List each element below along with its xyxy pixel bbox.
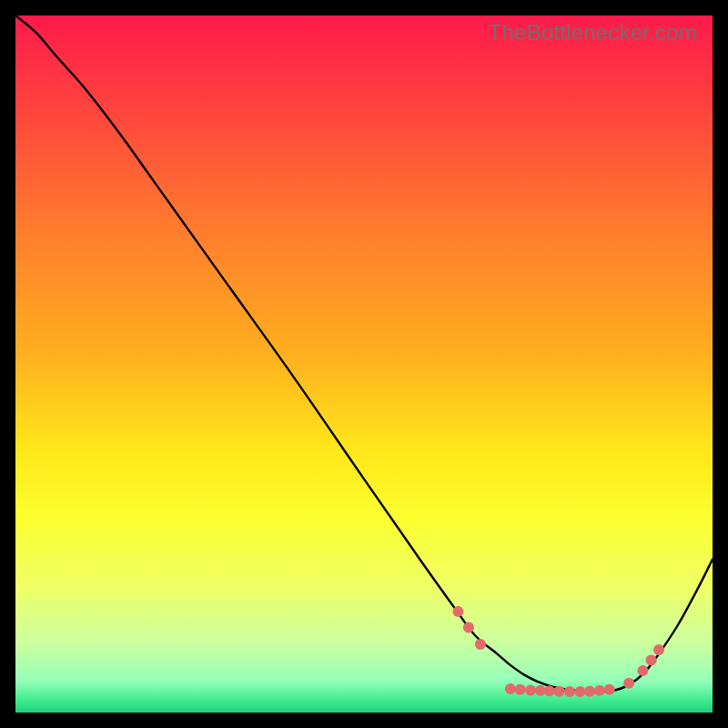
marker-dot bbox=[637, 665, 648, 676]
marker-dot bbox=[525, 684, 536, 695]
marker-dot bbox=[646, 655, 657, 666]
marker-dot bbox=[623, 678, 634, 689]
marker-dot bbox=[604, 684, 615, 695]
marker-dot bbox=[544, 685, 555, 696]
marker-dot bbox=[564, 686, 575, 697]
marker-dot bbox=[594, 685, 605, 696]
marker-dot bbox=[553, 686, 564, 697]
marker-dot bbox=[463, 622, 474, 633]
marker-dot bbox=[653, 644, 664, 655]
marker-dot bbox=[515, 684, 526, 695]
chart-svg bbox=[15, 15, 713, 713]
chart-frame: TheBottlenecker.com bbox=[13, 13, 715, 715]
marker-dot bbox=[452, 606, 463, 617]
gradient-background bbox=[15, 15, 713, 713]
marker-dot bbox=[475, 639, 486, 650]
marker-dot bbox=[505, 683, 516, 694]
marker-dot bbox=[584, 686, 595, 697]
marker-dot bbox=[574, 686, 585, 697]
